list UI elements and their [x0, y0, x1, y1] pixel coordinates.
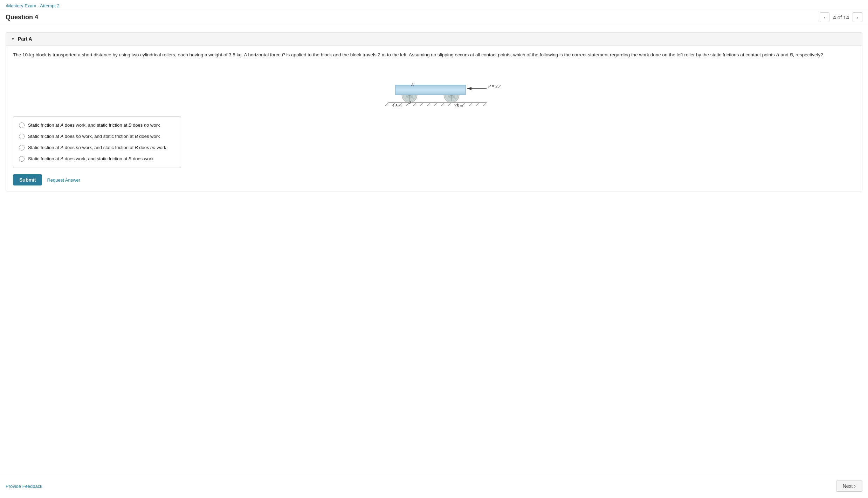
svg-text:B: B	[408, 100, 411, 104]
option-text-3: Static friction at A does no work, and s…	[28, 145, 166, 151]
svg-line-10	[448, 103, 452, 106]
svg-text:P = 25N: P = 25N	[488, 84, 501, 88]
answer-option-2[interactable]: Static friction at A does no work, and s…	[19, 133, 175, 140]
part-section: ▼ Part A The 10-kg block is transported …	[6, 32, 862, 191]
collapse-icon: ▼	[11, 36, 15, 41]
option-text-2: Static friction at A does no work, and s…	[28, 133, 160, 140]
request-answer-link[interactable]: Request Answer	[47, 177, 80, 183]
svg-rect-32	[395, 85, 466, 95]
answer-option-3[interactable]: Static friction at A does no work, and s…	[19, 145, 175, 151]
question-header: Question 4 ‹ 4 of 14 ›	[0, 10, 868, 25]
answer-option-4[interactable]: Static friction at A does work, and stat…	[19, 156, 175, 162]
top-bar: ‹Mastery Exam - Attempt 2	[0, 0, 868, 10]
svg-line-9	[441, 103, 445, 106]
svg-line-1	[385, 103, 388, 106]
svg-line-6	[420, 103, 423, 106]
svg-line-5	[413, 103, 416, 106]
next-button[interactable]: Next ›	[836, 481, 862, 492]
prev-question-button[interactable]: ‹	[820, 12, 829, 22]
nav-controls: ‹ 4 of 14 ›	[820, 12, 862, 22]
answer-box: Static friction at A does work, and stat…	[13, 116, 181, 168]
nav-count: 4 of 14	[833, 14, 849, 20]
svg-text:1.5 m: 1.5 m	[454, 104, 463, 108]
svg-line-14	[476, 103, 480, 106]
actions-row: Submit Request Answer	[13, 174, 855, 185]
diagram-area: A B 1.5 m 1.5 m	[13, 66, 855, 108]
diagram-svg: A B 1.5 m 1.5 m	[367, 66, 501, 108]
option-text-1: Static friction at A does work, and stat…	[28, 122, 160, 128]
question-title: Question 4	[6, 14, 38, 21]
submit-button[interactable]: Submit	[13, 174, 42, 185]
svg-text:A: A	[411, 83, 414, 87]
svg-line-15	[483, 103, 487, 106]
part-label: Part A	[18, 36, 32, 42]
radio-option-1[interactable]	[19, 122, 25, 128]
part-header[interactable]: ▼ Part A	[6, 33, 862, 45]
next-question-button[interactable]: ›	[853, 12, 862, 22]
radio-option-4[interactable]	[19, 156, 25, 162]
back-link[interactable]: ‹Mastery Exam - Attempt 2	[6, 3, 60, 8]
svg-line-7	[427, 103, 430, 106]
radio-option-3[interactable]	[19, 145, 25, 150]
answer-option-1[interactable]: Static friction at A does work, and stat…	[19, 122, 175, 128]
bottom-bar: Provide Feedback Next ›	[0, 474, 868, 498]
provide-feedback-link[interactable]: Provide Feedback	[6, 484, 42, 489]
main-content: ▼ Part A The 10-kg block is transported …	[0, 25, 868, 205]
svg-text:1.5 m: 1.5 m	[393, 104, 401, 108]
option-text-4: Static friction at A does work, and stat…	[28, 156, 153, 162]
radio-option-2[interactable]	[19, 134, 25, 139]
question-text: The 10-kg block is transported a short d…	[13, 51, 855, 59]
svg-line-8	[434, 103, 438, 106]
svg-line-13	[469, 103, 473, 106]
part-body: The 10-kg block is transported a short d…	[6, 45, 862, 191]
